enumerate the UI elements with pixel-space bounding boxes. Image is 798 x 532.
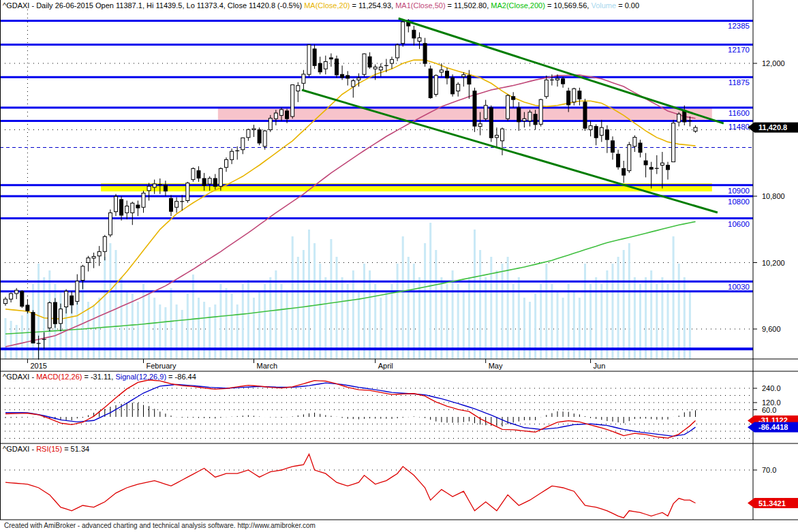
candle-body [644, 161, 647, 165]
month-axis[interactable]: 2015FebruaryMarchAprilMayJun [0, 359, 798, 371]
candle-body [4, 299, 7, 304]
candle-body [451, 78, 455, 94]
candle-body [59, 309, 63, 324]
level-label-10600: 10600 [728, 220, 750, 228]
candle-body [446, 71, 449, 78]
macd-value-tag-1-text: -86.4418 [758, 423, 788, 431]
candle-body [649, 168, 653, 170]
candle-body [457, 84, 460, 91]
candle-body [103, 236, 106, 251]
candle-body [478, 124, 482, 127]
candle-body [324, 61, 327, 69]
candle-body [462, 75, 465, 77]
candle-body [335, 59, 339, 75]
candle-body [108, 213, 112, 235]
candle-body [10, 294, 13, 299]
candle-body [434, 76, 438, 95]
candle-body [31, 313, 35, 343]
candle-body [429, 69, 432, 97]
candle-body [440, 70, 443, 72]
candle-body [567, 91, 570, 105]
candle-body [286, 111, 289, 119]
candle-body [396, 45, 399, 58]
candle-body [605, 130, 609, 140]
month-label-May: May [489, 362, 503, 370]
candle-body [241, 138, 245, 149]
candle-body [208, 178, 211, 184]
month-label-February: February [147, 362, 177, 370]
title-segment: = 51.34 [62, 445, 89, 453]
month-label-April: April [378, 362, 393, 370]
candle-body [197, 171, 200, 178]
candle-body [583, 102, 587, 128]
candle-body [136, 205, 140, 208]
candle-body [467, 76, 471, 84]
candle-body [666, 166, 670, 170]
candle-body [489, 108, 493, 138]
title-segment: RSI(15) [36, 445, 62, 453]
candle-body [186, 183, 189, 201]
candle-body [268, 119, 272, 130]
candle-body [153, 184, 156, 187]
chart-canvas[interactable]: 1238512170118751160011480109001080010600… [0, 0, 798, 532]
month-label-March: March [257, 362, 278, 370]
candle-body [202, 178, 206, 186]
candle-body [390, 59, 394, 63]
candle-body [611, 141, 615, 153]
candle-body [258, 130, 261, 144]
candle-body [562, 79, 565, 84]
candle-body [53, 302, 57, 324]
axis-label-9,600: 9,600 [762, 325, 781, 333]
candle-body [329, 58, 333, 59]
candle-body [539, 99, 542, 124]
title-segment: = 10,569.56, [545, 1, 592, 10]
candle-body [578, 91, 581, 99]
month-label-2015: 2015 [30, 362, 46, 370]
candle-body [191, 168, 195, 179]
candle-body [318, 63, 322, 72]
candle-body [423, 44, 427, 63]
candle-body [291, 85, 294, 116]
macd-value-tag-1: -86.4418 [748, 422, 798, 433]
candle-body [70, 296, 74, 304]
title-segment: MA2(Close,200) [491, 1, 544, 10]
candle-body [307, 45, 311, 74]
candle-body [544, 80, 548, 96]
candle-body [164, 185, 167, 191]
title-segment: Volume [591, 1, 616, 10]
candle-body [142, 193, 145, 207]
level-label-11480: 11480 [728, 123, 750, 131]
axis-label-10,200: 10,200 [762, 259, 785, 267]
candle-body [523, 119, 526, 121]
candle-body [373, 67, 377, 69]
last-price-tag: 11,420.8 [748, 123, 798, 133]
title-segment: = -31.11, [82, 373, 115, 381]
axis-label-240.0: 240.0 [762, 384, 781, 392]
candle-body [213, 178, 217, 187]
candle-body [412, 30, 416, 38]
candle-body [313, 49, 316, 65]
candle-body [401, 22, 405, 44]
candle-body [556, 78, 559, 80]
candle-body [65, 292, 68, 307]
title-segment: = 11,502.80, [446, 1, 491, 10]
title-segment: ^GDAXI - Daily 26-06-2015 Open 11387.1, … [3, 1, 304, 10]
last-price-tag-text: 11,420.8 [758, 123, 787, 131]
axis-label-60.0: 60.0 [762, 406, 776, 414]
title-segment: MACD(12,26) [36, 373, 82, 381]
level-label-11875: 11875 [728, 78, 750, 87]
candle-body [368, 57, 371, 67]
candle-body [660, 163, 664, 165]
candle-body [517, 108, 521, 122]
price-pane-title: ^GDAXI - Daily 26-06-2015 Open 11387.1, … [3, 1, 639, 10]
candle-body [125, 206, 129, 213]
candle-body [622, 168, 626, 175]
candle-body [600, 127, 603, 135]
candle-body [175, 202, 179, 208]
candle-body [20, 292, 24, 307]
candle-body [97, 251, 101, 255]
candle-body [484, 106, 487, 119]
rsi-value-tag: 51.3421 [748, 498, 798, 508]
candle-body [274, 113, 277, 119]
candle-body [346, 76, 350, 78]
